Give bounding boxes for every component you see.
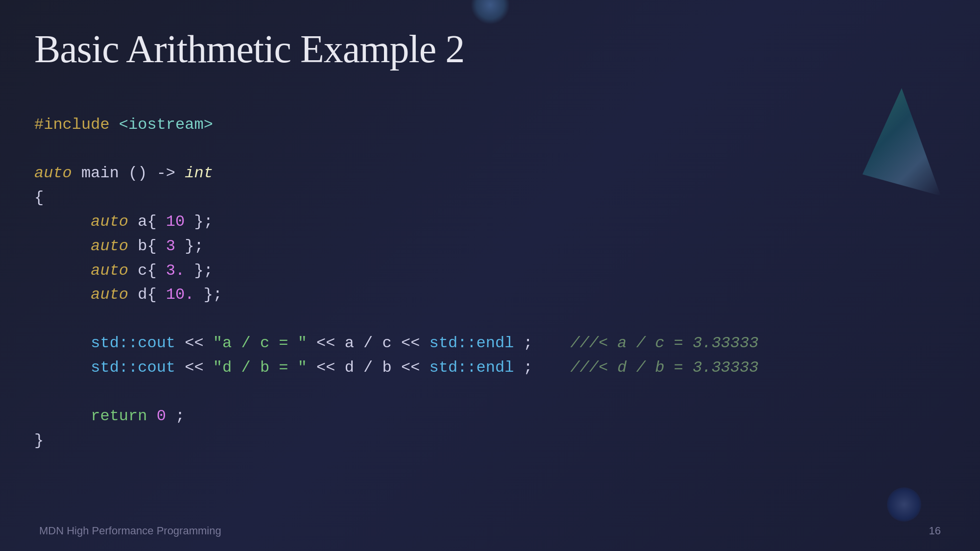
code-line-decl-d: auto d{ 10. };	[34, 283, 759, 307]
code-line-cout2: std::cout << "d / b = " << d / b << std:…	[34, 356, 759, 380]
code-line-include: #include <iostream>	[34, 113, 759, 137]
slide-title: Basic Arithmetic Example 2	[34, 27, 464, 72]
footer-page: 16	[929, 525, 941, 537]
preprocessor-keyword: #include	[34, 116, 110, 134]
auto-keyword: auto	[34, 164, 72, 182]
code-line-close-brace: }	[34, 429, 759, 453]
code-line-decl-b: auto b{ 3 };	[34, 234, 759, 259]
code-block: #include <iostream> auto main () -> int …	[34, 113, 759, 453]
code-line-return: return 0 ;	[34, 404, 759, 429]
include-path: <iostream>	[119, 116, 213, 134]
deco-top-center-icon	[471, 0, 510, 24]
code-line-main-sig: auto main () -> int	[34, 161, 759, 186]
deco-top-right-icon	[862, 88, 941, 196]
footer-course: MDN High Performance Programming	[39, 525, 221, 537]
code-line-decl-c: auto c{ 3. };	[34, 259, 759, 283]
code-line-cout1: std::cout << "a / c = " << a / c << std:…	[34, 331, 759, 356]
int-keyword: int	[185, 164, 213, 182]
code-line-open-brace: {	[34, 186, 759, 210]
slide-footer: MDN High Performance Programming 16	[0, 525, 980, 537]
code-line-decl-a: auto a{ 10 };	[34, 210, 759, 234]
deco-bottom-right-icon	[887, 487, 921, 522]
slide: Basic Arithmetic Example 2 #include <ios…	[0, 0, 980, 551]
